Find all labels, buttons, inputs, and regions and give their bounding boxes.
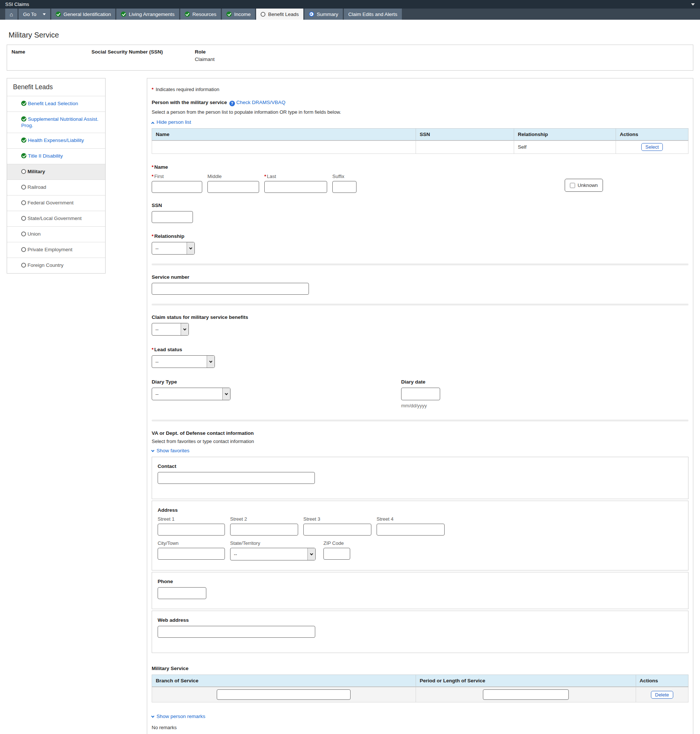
zip-label: ZIP Code [324, 540, 350, 546]
name-unknown-box: Unknown [565, 179, 603, 192]
sidebar-item-federal-government[interactable]: Federal Government [7, 195, 105, 211]
sidebar-item-union[interactable]: Union [7, 226, 105, 242]
va-contact-instruction: Select from favorites or type contact in… [151, 439, 688, 444]
unknown-label: Unknown [578, 182, 598, 188]
street4-input[interactable] [376, 524, 445, 536]
tab-income[interactable]: Income [222, 9, 255, 20]
check-circle-icon [21, 138, 26, 143]
unknown-checkbox[interactable] [570, 183, 575, 188]
street2-input[interactable] [230, 524, 298, 536]
show-person-remarks-link[interactable]: Show person remarks [151, 713, 205, 719]
phone-label: Phone [157, 578, 682, 584]
tab-living-arrangements[interactable]: Living Arrangements [116, 9, 179, 20]
period-of-service-input[interactable] [483, 689, 569, 700]
military-table-row: Delete [152, 687, 688, 702]
phone-input[interactable] [157, 587, 206, 599]
sidebar-item-railroad[interactable]: Railroad [7, 179, 105, 195]
middle-name-label: Middle [207, 173, 259, 179]
radio-circle-icon [21, 247, 26, 252]
contact-groupbox: Contact [151, 457, 688, 499]
state-select[interactable]: -- [230, 548, 316, 561]
section-divider [151, 304, 688, 305]
last-name-input[interactable] [264, 181, 327, 193]
ssn-input[interactable] [151, 211, 193, 223]
city-input[interactable] [157, 548, 225, 560]
sidebar-item-benefit-lead-selection[interactable]: Benefit Lead Selection [7, 96, 105, 112]
sidebar-item-label: Health Expenses/Liability [28, 138, 84, 143]
claim-status-select[interactable]: -- [151, 323, 189, 336]
chevron-down-icon [151, 715, 154, 718]
service-number-label: Service number [151, 274, 688, 280]
page-title: Military Service [9, 31, 700, 40]
person-name-cell [152, 141, 416, 154]
person-ssn-cell [416, 141, 514, 154]
tab-benefit-leads[interactable]: Benefit Leads [256, 9, 303, 20]
radio-circle-icon [260, 12, 265, 17]
help-icon[interactable]: ? [229, 101, 235, 106]
diary-type-label: Diary Type [151, 379, 396, 385]
claimant-name-label: Name [12, 49, 91, 54]
sidebar-item-private-employment[interactable]: Private Employment [7, 242, 105, 258]
military-table-title: Military Service [151, 666, 688, 671]
lead-status-select[interactable]: -- [151, 355, 215, 368]
diary-date-format-hint: mm/dd/yyyy [401, 403, 440, 408]
show-favorites-link[interactable]: Show favorites [151, 448, 190, 454]
claim-status-label: Claim status for military service benefi… [151, 314, 688, 320]
bullseye-icon [309, 12, 314, 17]
web-address-label: Web address [157, 617, 682, 623]
sidebar-item-label: Military [28, 169, 45, 174]
sidebar-item-label: Federal Government [28, 200, 74, 206]
sidebar-item-state-local-government[interactable]: State/Local Government [7, 211, 105, 226]
dropdown-arrow-icon [207, 356, 215, 367]
web-address-groupbox: Web address [151, 611, 688, 653]
check-circle-icon [226, 12, 232, 17]
first-name-input[interactable] [151, 181, 202, 193]
dropdown-arrow-icon [307, 548, 315, 560]
delete-row-button[interactable]: Delete [651, 691, 673, 699]
sidebar-item-military[interactable]: Military [7, 164, 105, 179]
diary-date-input[interactable] [401, 388, 440, 400]
check-drams-link[interactable]: Check DRAMS/VBAQ [237, 100, 285, 105]
zip-input[interactable] [324, 548, 350, 560]
diary-type-select[interactable]: -- [151, 388, 231, 400]
tab-resources[interactable]: Resources [180, 9, 221, 20]
tab-summary[interactable]: Summary [304, 9, 343, 20]
branch-of-service-input[interactable] [217, 689, 350, 700]
tab-label: Income [234, 12, 250, 17]
sidebar-item-health-expenses[interactable]: Health Expenses/Liability [7, 133, 105, 148]
window-title-bar: SSI Claims [0, 0, 700, 9]
suffix-input[interactable] [332, 181, 356, 193]
go-to-label: Go To [23, 12, 37, 17]
street1-input[interactable] [157, 524, 225, 536]
required-marker: * [151, 164, 153, 170]
diary-date-label: Diary date [401, 379, 440, 385]
sidebar-item-label: Union [28, 231, 41, 237]
person-table-header-relationship: Relationship [514, 128, 616, 141]
go-to-menu-button[interactable]: Go To [19, 9, 50, 20]
section-divider [151, 420, 688, 421]
sidebar-item-label: State/Local Government [28, 216, 82, 221]
sidebar-item-title-ii-disability[interactable]: Title II Disability [7, 148, 105, 164]
lead-status-label: Lead status [154, 347, 182, 352]
contact-input[interactable] [157, 472, 315, 484]
sidebar-item-supplemental-nutritional[interactable]: Supplemental Nutritional Assist. Prog. [7, 112, 105, 133]
tab-label: Claim Edits and Alerts [349, 12, 397, 17]
web-address-input[interactable] [157, 626, 315, 638]
select-person-button[interactable]: Select [641, 143, 663, 151]
street3-input[interactable] [303, 524, 371, 536]
relationship-label: Relationship [154, 233, 184, 239]
sidebar-item-foreign-country[interactable]: Foreign Country [7, 258, 105, 273]
home-button[interactable]: ⌂ [5, 9, 18, 20]
benefit-leads-sidebar: Benefit Leads Benefit Lead Selection Sup… [7, 78, 106, 273]
sidebar-item-label: Foreign Country [28, 262, 63, 268]
radio-circle-icon [21, 169, 26, 174]
tab-general-identification[interactable]: General Identification [51, 9, 116, 20]
relationship-select[interactable]: -- [151, 242, 195, 255]
person-table-header-actions: Actions [616, 128, 688, 141]
window-menu-caret-icon[interactable] [691, 3, 695, 6]
tab-claim-edits-and-alerts[interactable]: Claim Edits and Alerts [344, 9, 402, 20]
hide-person-list-link[interactable]: Hide person list [151, 119, 191, 125]
name-section-label: Name [154, 164, 168, 170]
service-number-input[interactable] [151, 283, 309, 295]
middle-name-input[interactable] [207, 181, 259, 193]
